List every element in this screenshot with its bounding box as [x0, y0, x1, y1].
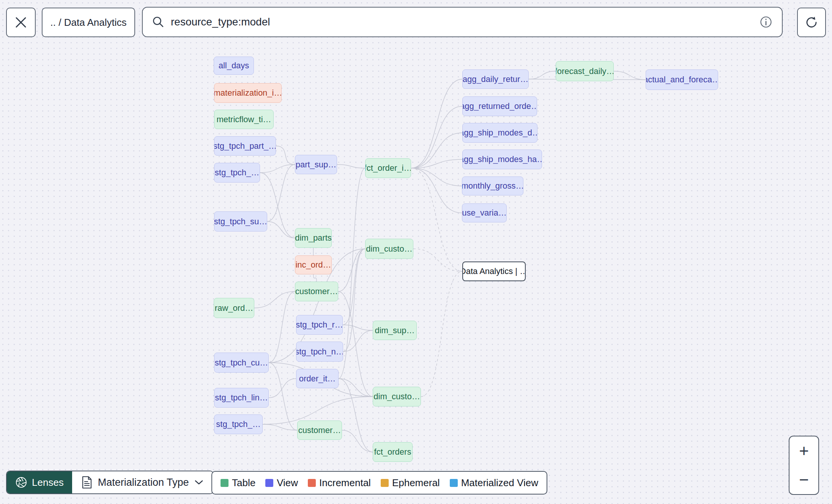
zoom-in-button[interactable]: + [789, 436, 818, 465]
graph-node-metricflow[interactable]: metricflow_ti… [214, 110, 274, 129]
zoom-out-button[interactable]: − [789, 465, 818, 494]
legend-label: Table [232, 477, 255, 489]
legend: TableViewIncrementalEphemeralMaterialize… [211, 471, 547, 495]
legend-label: Ephemeral [392, 477, 440, 489]
edge-customer_b-to-fct_orders [342, 430, 373, 452]
legend-label: Incremental [319, 477, 371, 489]
graph-node-fct_orders[interactable]: fct_orders [373, 442, 413, 462]
legend-swatch [221, 479, 228, 487]
edge-stg_tpch_lin-to-order_it [269, 379, 296, 398]
graph-node-inc_ord[interactable]: inc_ord… [295, 255, 332, 274]
search-bar[interactable] [142, 7, 783, 37]
graph-node-order_it[interactable]: order_it… [296, 369, 339, 388]
legend-label: View [277, 477, 298, 489]
legend-swatch [381, 479, 389, 487]
lens-selector[interactable]: Materialization Type [72, 471, 213, 493]
graph-node-dim_custo_b[interactable]: dim_custo… [373, 387, 421, 406]
graph-node-dim_custo_a[interactable]: dim_custo… [365, 239, 413, 259]
close-button[interactable] [6, 8, 36, 37]
edge-raw_ord-to-customer_a [254, 291, 295, 308]
edge-fct_order_i-to-agg_daily [411, 79, 462, 169]
edge-customer_a-to-dim_custo_a [338, 249, 365, 292]
graph-node-dim_sup[interactable]: dim_sup… [373, 321, 417, 340]
edge-inc_ord-to-customer_a [314, 274, 317, 282]
legend-item-materialized-view: Materialized View [450, 477, 538, 489]
edge-order_it-to-fct_orders [339, 379, 373, 452]
edge-stg_tpch_r-to-dim_custo_a [343, 249, 365, 325]
graph-node-use_varia[interactable]: use_varia… [462, 203, 507, 222]
legend-swatch [308, 479, 316, 487]
legend-item-incremental: Incremental [308, 477, 371, 489]
close-icon [14, 16, 27, 29]
graph-node-stg_tpch_b[interactable]: stg_tpch_… [214, 414, 263, 434]
edge-dim_custo_a-to-exposure [413, 249, 462, 272]
graph-node-stg_tpch_part[interactable]: stg_tpch_part_… [214, 136, 276, 156]
edge-stg_tpch_su-to-part_sup [267, 165, 295, 222]
graph-node-exposure[interactable]: Data Analytics | … [462, 261, 526, 281]
graph-node-customer_b[interactable]: customer… [297, 421, 342, 440]
edge-fct_order_i-to-monthly_gross [411, 168, 462, 186]
graph-node-fct_order_i[interactable]: fct_order_i… [365, 158, 411, 178]
graph-node-stg_tpch_su[interactable]: stg_tpch_su… [214, 211, 267, 232]
lens-selector-label: Materialization Type [98, 477, 189, 488]
edge-fct_order_i-to-agg_ship_d [411, 133, 462, 168]
search-input[interactable] [171, 16, 753, 28]
lenses-button[interactable]: Lenses [7, 471, 72, 493]
graph-node-agg_ship_d[interactable]: agg_ship_modes_d… [462, 123, 537, 143]
chevron-down-icon [194, 479, 204, 486]
edge-stg_tpch_part-to-part_sup [276, 146, 295, 165]
graph-node-agg_returned[interactable]: agg_returned_orde… [462, 96, 537, 116]
graph-node-stg_tpch_n[interactable]: stg_tpch_n… [296, 342, 343, 362]
edge-fct_order_i-to-use_varia [411, 168, 462, 213]
edge-agg_daily-to-forecast_daily [529, 71, 556, 79]
graph-node-materialization[interactable]: materialization_i… [214, 83, 282, 103]
edge-fct_order_i-to-exposure [411, 168, 462, 271]
breadcrumb-label: .. / Data Analytics [50, 17, 127, 28]
graph-node-stg_tpch_r[interactable]: stg_tpch_r… [296, 315, 343, 335]
graph-node-agg_daily[interactable]: agg_daily_retur… [462, 69, 529, 89]
zoom-controls: + − [789, 436, 819, 495]
edge-stg_tpch_a-to-part_sup [260, 165, 295, 173]
edge-stg_tpch_cu-to-customer_b [269, 363, 297, 430]
graph-node-monthly_gross[interactable]: monthly_gross… [462, 176, 523, 195]
graph-node-stg_tpch_lin[interactable]: stg_tpch_lin… [214, 388, 269, 408]
edge-forecast_daily-to-actual_foreca [614, 71, 646, 80]
edge-dim_custo_b-to-exposure [421, 271, 462, 397]
legend-swatch [265, 479, 273, 487]
lenses-label: Lenses [32, 477, 64, 488]
graph-node-actual_foreca[interactable]: actual_and_foreca… [646, 69, 718, 90]
graph-node-raw_ord[interactable]: raw_ord… [214, 298, 254, 318]
lenses-group: Lenses Materialization Type [6, 471, 214, 494]
graph-node-dim_parts[interactable]: dim_parts [295, 228, 332, 248]
edge-stg_tpch_r-to-dim_sup [343, 325, 373, 331]
graph-node-customer_a[interactable]: customer… [295, 282, 338, 301]
info-icon[interactable] [759, 15, 773, 29]
graph-node-agg_ship_ha[interactable]: agg_ship_modes_ha… [462, 150, 542, 169]
graph-node-stg_tpch_cu[interactable]: stg_tpch_cu… [214, 353, 269, 373]
document-icon [81, 476, 93, 489]
legend-swatch [450, 479, 458, 487]
graph-node-all_days[interactable]: all_days [214, 57, 254, 75]
lineage-canvas[interactable]: all_daysmaterialization_i…metricflow_ti…… [0, 0, 832, 504]
refresh-icon [804, 15, 819, 30]
edge-stg_tpch_su-to-dim_parts [267, 222, 295, 238]
edge-part_sup-to-fct_order_i [337, 165, 365, 169]
edge-fct_order_i-to-agg_returned [411, 106, 462, 168]
legend-item-ephemeral: Ephemeral [381, 477, 440, 489]
legend-item-view: View [265, 477, 298, 489]
refresh-button[interactable] [797, 8, 826, 37]
legend-item-table: Table [221, 477, 255, 489]
legend-label: Materialized View [461, 477, 538, 489]
breadcrumb[interactable]: .. / Data Analytics [42, 8, 135, 37]
edge-stg_tpch_cu-to-customer_a [269, 291, 295, 363]
aperture-icon [15, 476, 27, 488]
search-icon [152, 16, 165, 28]
graph-node-part_sup[interactable]: part_sup… [295, 155, 337, 174]
graph-node-stg_tpch_a[interactable]: stg_tpch_… [214, 163, 260, 183]
graph-node-forecast_daily[interactable]: forecast_daily… [556, 61, 614, 81]
